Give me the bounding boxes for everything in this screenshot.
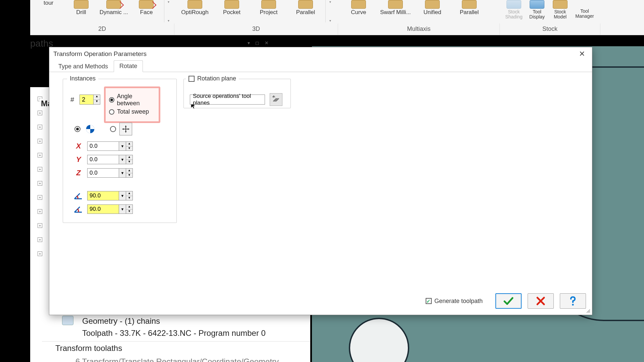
instances-fieldset: Instances # ▲▼ Angle between To — [63, 79, 177, 223]
ribbon-group-labels: 2D 3D Multiaxis Stock — [30, 23, 644, 35]
rotation-plane-checkbox[interactable]: Rotation plane — [189, 75, 236, 82]
instance-count-input[interactable] — [80, 95, 93, 104]
x-axis-label: X — [74, 142, 83, 150]
rotation-angle-row: ▼ ▲▼ — [73, 204, 133, 214]
checkbox-icon — [189, 76, 195, 82]
ribbon-btn-swarf[interactable]: Swarf Milli... — [377, 0, 414, 16]
start-angle-row: ▼ ▲▼ — [73, 191, 133, 200]
coord-y-row: Y ▼ ▲▼ — [74, 155, 133, 164]
checkmark-icon — [503, 295, 514, 307]
cancel-button[interactable] — [528, 293, 554, 309]
x-input[interactable] — [87, 141, 119, 151]
spin-up-icon[interactable]: ▲ — [126, 142, 132, 146]
radio-angle-between-label: Angle between — [117, 93, 155, 107]
origin-world-icon — [84, 123, 97, 135]
ribbon-group-stock: Stock Shading Tool Display Stock Model T… — [500, 0, 600, 22]
spin-down-icon[interactable]: ▼ — [126, 173, 132, 178]
tree-row-transform-group[interactable]: Transform toolaths — [42, 341, 310, 353]
group-3d-expander[interactable]: ▾▾ — [325, 0, 335, 22]
spin-down-icon[interactable]: ▼ — [94, 100, 100, 105]
radio-knob-icon — [109, 109, 114, 115]
z-input[interactable] — [87, 168, 119, 178]
spin-down-icon[interactable]: ▼ — [126, 160, 132, 164]
tree-row-geometry[interactable]: Geometry - (1) chains — [42, 315, 310, 327]
ribbon-btn-dynamic[interactable]: Dynamic ... — [98, 0, 130, 16]
generate-toolpath-label: Generate toolpath — [434, 298, 483, 305]
tab-type-methods[interactable]: Type and Methods — [53, 61, 114, 72]
chevron-down-icon[interactable]: ▼ — [119, 191, 126, 200]
resize-grip-icon[interactable] — [586, 309, 591, 313]
select-plane-button[interactable] — [270, 93, 282, 106]
ribbon-btn-tool-display[interactable]: Tool Display — [526, 0, 548, 20]
dialog-titlebar[interactable]: Transform Operation Parameters ✕ — [49, 47, 592, 61]
radio-total-sweep[interactable]: Total sweep — [109, 108, 155, 115]
dialog-title: Transform Operation Parameters — [53, 50, 147, 58]
tab-rotate[interactable]: Rotate — [114, 60, 143, 72]
z-value-combo[interactable]: ▼ ▲▼ — [87, 168, 133, 178]
chevron-down-icon[interactable]: ▼ — [119, 141, 126, 151]
ribbon-btn-project[interactable]: Project — [250, 0, 287, 16]
angle-mode-group-highlighted: Angle between Total sweep — [104, 86, 160, 123]
ribbon-group-3d: OptiRough Pocket Project Parallel ▾▾ — [174, 0, 338, 22]
instance-count-spinner[interactable]: ▲▼ — [79, 95, 100, 105]
ok-button[interactable] — [495, 293, 522, 309]
y-input[interactable] — [87, 155, 119, 164]
start-angle-input[interactable] — [87, 191, 119, 200]
origin-mode-radio-2[interactable] — [110, 126, 116, 132]
ribbon-btn-curve[interactable]: Curve — [340, 0, 377, 16]
radio-angle-between[interactable]: Angle between — [109, 93, 155, 107]
transform-parameters-dialog: Transform Operation Parameters ✕ Type an… — [49, 47, 592, 315]
z-axis-label: Z — [74, 169, 83, 177]
spin-down-icon[interactable]: ▼ — [126, 196, 132, 200]
ribbon-btn-tour[interactable]: tour — [32, 0, 65, 6]
rotation-plane-fieldset: Rotation plane Source operations' tool p… — [183, 79, 291, 108]
spin-up-icon[interactable]: ▲ — [94, 95, 100, 100]
spin-up-icon[interactable]: ▲ — [126, 155, 132, 160]
tree-label-item6: 6 Transform/Translate Rectangular/Coordi… — [75, 357, 279, 362]
ribbon-btn-unified[interactable]: Unified — [414, 0, 451, 16]
x-value-combo[interactable]: ▼ ▲▼ — [87, 141, 133, 151]
chevron-down-icon[interactable]: ▼ — [119, 155, 126, 164]
spin-down-icon[interactable]: ▼ — [126, 209, 132, 214]
ribbon-btn-stock-model[interactable]: Stock Model — [548, 0, 572, 20]
tree-label-toolpath: Toolpath - 33.7K - 6422-13.NC - Program … — [82, 328, 266, 338]
panel-header-controls[interactable]: ▾ ◻ ✕ — [248, 40, 271, 46]
ribbon-btn-parallel-3d[interactable]: Parallel — [287, 0, 324, 16]
toolpath-tree[interactable]: Geometry - (1) chains Toolpath - 33.7K -… — [42, 315, 310, 362]
source-plane-field[interactable]: Source operations' tool planes — [190, 95, 265, 105]
window-left-black-strip — [0, 0, 30, 362]
ribbon-btn-pocket[interactable]: Pocket — [213, 0, 250, 16]
x-icon — [535, 295, 546, 307]
ribbon-btn-face[interactable]: Face — [130, 0, 163, 16]
ribbon-btn-stock-shading: Stock Shading — [502, 0, 526, 20]
origin-mode-radio-1[interactable] — [74, 126, 80, 132]
y-value-combo[interactable]: ▼ ▲▼ — [87, 155, 133, 164]
instance-count-label: # — [70, 96, 74, 104]
spin-up-icon[interactable]: ▲ — [126, 205, 132, 209]
dialog-close-button[interactable]: ✕ — [576, 49, 588, 59]
start-angle-icon — [73, 191, 83, 200]
spin-up-icon[interactable]: ▲ — [126, 191, 132, 196]
spin-up-icon[interactable]: ▲ — [126, 169, 132, 173]
chevron-down-icon[interactable]: ▼ — [119, 168, 126, 178]
group-2d-expander[interactable]: ▾▾ — [164, 0, 172, 22]
origin-pick-icon[interactable] — [119, 123, 132, 135]
tree-row-toolpath[interactable]: Toolpath - 33.7K - 6422-13.NC - Program … — [42, 327, 310, 339]
ribbon-btn-parallel-multi[interactable]: Parallel — [451, 0, 488, 16]
ribbon-group-2d: tour Drill Dynamic ... Face ▾▾ — [30, 0, 174, 22]
spin-down-icon[interactable]: ▼ — [126, 146, 132, 151]
help-button[interactable] — [560, 293, 586, 309]
start-angle-combo[interactable]: ▼ ▲▼ — [87, 191, 133, 200]
radio-knob-icon — [109, 97, 114, 103]
tree-row-item6[interactable]: 6 Transform/Translate Rectangular/Coordi… — [42, 355, 310, 362]
ribbon-btn-optirough[interactable]: OptiRough — [176, 0, 213, 16]
rotation-angle-input[interactable] — [87, 204, 119, 214]
rotation-plane-legend: Rotation plane — [186, 75, 239, 83]
generate-toolpath-checkbox[interactable]: Generate toolpath — [426, 298, 483, 305]
rotation-angle-combo[interactable]: ▼ ▲▼ — [87, 204, 133, 214]
chevron-down-icon[interactable]: ▼ — [119, 204, 126, 214]
geometry-icon — [62, 316, 73, 325]
instances-legend: Instances — [67, 75, 98, 82]
ribbon-btn-drill[interactable]: Drill — [65, 0, 97, 16]
ribbon-btn-tool-manager[interactable]: Tool Manager — [572, 0, 597, 19]
